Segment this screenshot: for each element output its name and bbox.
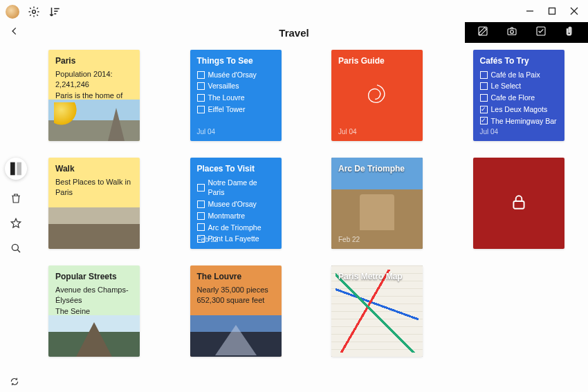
svg-rect-1 — [549, 8, 555, 15]
title-bar — [0, 0, 588, 24]
note-image — [48, 207, 140, 249]
note-card[interactable]: The Louvre Nearly 35,000 pieces 652,300 … — [190, 265, 282, 357]
camera-icon[interactable] — [506, 26, 517, 39]
note-text: Population 2014: 2,241,246 — [55, 69, 133, 91]
note-title: The Louvre — [197, 271, 275, 283]
note-title: Walk — [55, 163, 133, 175]
window-maximize-button[interactable] — [548, 6, 556, 18]
svg-rect-9 — [513, 201, 524, 209]
note-title: Popular Streets — [55, 271, 133, 283]
note-card[interactable]: Paris Guide Jul 04 — [331, 50, 423, 141]
note-card[interactable]: Popular Streets Avenue des Champs-Élysée… — [48, 265, 140, 357]
note-card[interactable]: Cafés To Try Café de la Paix Le Select C… — [473, 50, 564, 141]
note-image — [190, 315, 282, 357]
trash-button[interactable] — [10, 192, 22, 205]
note-checklist: Musée d'Orsay Versailles The Louvre Eiff… — [197, 69, 275, 115]
attachment-icon[interactable] — [564, 26, 576, 39]
lock-icon — [510, 193, 528, 214]
note-title: Cafés To Try — [480, 55, 558, 67]
svg-point-4 — [511, 30, 514, 34]
star-button[interactable] — [10, 217, 22, 230]
side-toolbar — [0, 41, 32, 377]
search-button[interactable] — [10, 242, 22, 254]
note-card[interactable]: Things To See Musée d'Orsay Versailles T… — [190, 50, 282, 141]
gear-icon[interactable] — [28, 6, 40, 18]
note-title: Arc De Triomphe — [338, 163, 416, 175]
notes-grid: Paris Population 2014: 2,241,246 Paris i… — [32, 41, 588, 377]
checklist-item: Musee d'Orsay — [197, 198, 275, 210]
page-title: Travel — [279, 27, 309, 39]
note-title: Places To Visit — [197, 163, 275, 175]
note-title: Paris Metro Map — [338, 271, 416, 283]
view-columns-button[interactable] — [5, 158, 27, 180]
note-image — [48, 315, 140, 357]
note-text: Nearly 35,000 pieces 652,300 square feet — [197, 285, 275, 306]
note-date: Jul 04 — [197, 127, 216, 137]
note-action-bar — [465, 22, 588, 43]
note-card[interactable]: Paris Population 2014: 2,241,246 Paris i… — [48, 50, 140, 141]
page-header: Travel — [0, 24, 588, 41]
checklist-item: Montmartre — [197, 210, 275, 222]
svg-rect-7 — [17, 162, 21, 176]
note-card[interactable]: Walk Best Places to Walk in Paris — [48, 158, 140, 249]
note-card[interactable]: Arc De Triomphe Feb 22 — [331, 158, 423, 249]
checklist-item: The Hemingway Bar — [480, 115, 558, 127]
note-text: Best Places to Walk in Paris — [55, 177, 133, 198]
note-date: Jul 04 — [338, 127, 357, 137]
checklist-item: Les Deux Magots — [480, 104, 558, 115]
avatar[interactable] — [6, 5, 19, 19]
sort-icon[interactable] — [48, 6, 61, 18]
note-text: Avenue des Champs-Élysées — [55, 285, 133, 306]
checklist-item: Le Select — [480, 80, 558, 92]
checklist-item: Eiffel Tower — [197, 104, 275, 115]
note-date: Jul 04 — [480, 127, 499, 137]
window-close-button[interactable] — [570, 6, 578, 18]
checklist-item: Notre Dame de Paris — [197, 177, 275, 198]
note-date: Feb 22 — [338, 235, 360, 245]
checklist-item: The Louvre — [197, 92, 275, 104]
svg-rect-3 — [508, 29, 516, 35]
checklist-item: Café de la Paix — [480, 69, 558, 81]
note-title: Paris — [55, 55, 133, 67]
note-image — [48, 100, 140, 141]
note-card-locked[interactable] — [473, 158, 564, 249]
note-card[interactable]: Places To Visit Notre Dame de Paris Muse… — [190, 158, 282, 249]
checklist-item: Versailles — [197, 80, 275, 92]
window-minimize-button[interactable] — [526, 6, 534, 18]
note-date: Feb 22 — [197, 235, 219, 245]
sync-button[interactable] — [10, 377, 19, 389]
checklist-icon[interactable] — [535, 26, 546, 39]
compose-icon[interactable] — [477, 26, 488, 39]
checklist-item: Musée d'Orsay — [197, 69, 275, 81]
svg-point-0 — [33, 10, 36, 14]
svg-point-8 — [12, 244, 18, 250]
checklist-item: Arc de Triomphe — [197, 222, 275, 234]
svg-rect-6 — [10, 162, 15, 176]
note-card[interactable]: Paris Metro Map — [331, 265, 423, 357]
note-title: Things To See — [197, 55, 275, 67]
back-button[interactable] — [10, 26, 19, 39]
checklist-item: Cafe de Flore — [480, 92, 558, 104]
note-checklist: Café de la Paix Le Select Cafe de Flore … — [480, 69, 558, 127]
